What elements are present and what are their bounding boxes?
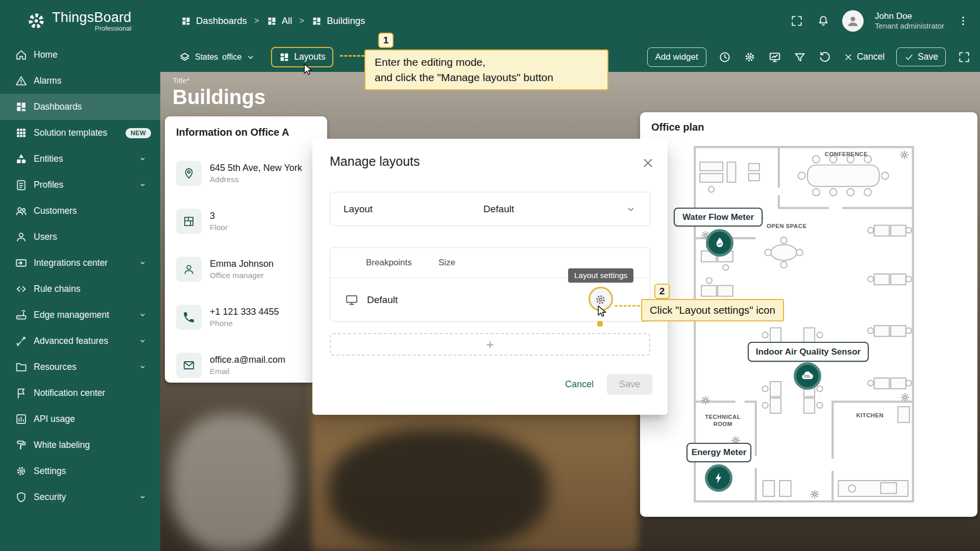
entity-aliases-icon[interactable] [768,51,781,64]
add-widget-button[interactable]: Add widget [647,47,706,67]
dialog-cancel-button[interactable]: Cancel [558,374,601,394]
room-label-technical-2: ROOM [714,421,732,427]
sidebar-item-users[interactable]: Users [0,224,160,250]
integrations-icon [15,257,28,269]
states-select[interactable]: States office [179,51,256,63]
sidebar-item-entities[interactable]: Entities [0,146,160,172]
layout-settings-tooltip: Layout settings [568,268,633,283]
layout-select-value: Default [483,204,514,215]
dialog-close-icon[interactable] [639,154,656,171]
breadcrumb-all[interactable]: All [266,15,292,27]
sidebar-item-notification-center[interactable]: Notification center [0,380,160,406]
states-value: office [222,53,241,62]
annotation-step-2-badge: 2 [654,284,670,299]
breadcrumb-buildings[interactable]: Buildings [311,15,365,27]
water-flow-meter-button[interactable]: Water Flow Meter [674,208,763,227]
dialog-save-button[interactable]: Save [607,374,652,395]
layout-field-label: Layout [344,204,373,215]
breadcrumb-separator: > [299,16,304,26]
sidebar-item-advanced-features[interactable]: Advanced features [0,328,160,354]
title-field-label: Title* [173,76,265,85]
sidebar-item-rule-chains[interactable]: Rule chains [0,276,160,302]
new-badge: NEW [126,128,151,138]
dashboards-icon [311,16,322,27]
dashboard-title-input[interactable]: Buildings [173,86,265,109]
room-label-open-space: OPEN SPACE [767,223,806,229]
caret-down-icon [246,52,256,62]
logo[interactable]: ThingsBoard Professional [0,0,160,42]
version-history-icon[interactable] [818,51,831,64]
home-icon [15,48,28,61]
sidebar-item-alarms[interactable]: Alarms [0,68,160,94]
photo-light-chair [170,414,293,551]
sidebar-item-resources[interactable]: Resources [0,354,160,380]
sidebar-item-integrations-center[interactable]: Integrations center [0,250,160,276]
kebab-menu-icon[interactable] [955,13,971,29]
dashboards-icon [181,16,191,27]
breadcrumb-separator: > [254,16,259,26]
annotation-step-1-badge: 1 [378,33,394,48]
users-icon [15,231,28,243]
chevron-down-icon [136,335,149,347]
sidebar-item-api-usage[interactable]: API usage [0,406,160,432]
check-icon [904,52,914,62]
top-bar: Dashboards > All > Buildings John Doe Te… [160,0,980,42]
dashboards-icon [266,16,277,27]
notifications-bell-icon[interactable] [816,13,831,29]
filters-icon[interactable] [793,51,806,64]
sidebar-item-solution-templates[interactable]: Solution templates NEW [0,120,160,146]
info-card-office-a: Information on Office A 645 5th Ave, New… [165,116,327,383]
sidebar-item-white-labeling[interactable]: White labeling [0,432,160,458]
indoor-air-quality-sensor-button[interactable]: Indoor Air Quality Sensor [748,342,869,362]
thingsboard-logo-icon [26,10,47,32]
breadcrumb: Dashboards > All > Buildings [181,15,365,27]
sidebar-item-home[interactable]: Home [0,42,160,68]
profiles-icon [15,179,28,191]
fullscreen-icon[interactable] [789,13,804,29]
edge-icon [15,309,28,321]
save-dashboard-button[interactable]: Save [896,47,946,66]
sidebar-item-settings[interactable]: Settings [0,458,160,484]
sidebar-item-customers[interactable]: Customers [0,198,160,224]
sidebar-item-profiles[interactable]: Profiles [0,172,160,198]
person-icon [176,257,202,282]
water-flow-meter-icon[interactable] [706,229,733,257]
floor-plan-icon [176,209,202,234]
co2-sensor-icon[interactable]: CO₂ [794,362,821,390]
column-size: Size [438,258,455,268]
room-label-kitchen: KITCHEN [856,412,884,418]
click-indicator [597,321,603,327]
chart-icon [15,413,28,425]
sidebar-item-security[interactable]: Security [0,484,160,510]
chevron-down-icon [136,257,149,269]
info-item-phone: +1 121 333 4455Phone [176,305,316,330]
timewindow-clock-icon[interactable] [718,51,731,64]
toolbar-fullscreen-icon[interactable] [958,51,971,64]
info-item-manager: Emma JohnsonOffice manager [176,257,316,282]
brand-edition: Professional [95,24,132,32]
avatar[interactable] [842,10,864,32]
energy-meter-icon[interactable] [705,464,732,492]
annotation-1-connector [340,55,364,57]
info-item-floor: 3Floor [176,209,316,234]
cancel-edit-button[interactable]: Cancel [843,52,885,62]
breadcrumb-dashboards[interactable]: Dashboards [181,15,247,27]
sidebar-item-dashboards[interactable]: Dashboards [0,94,160,120]
annotation-2-connector [615,305,640,307]
add-layout-button[interactable]: + [330,333,650,356]
folder-icon [15,361,28,373]
sidebar-item-edge-management[interactable]: Edge management [0,302,160,328]
info-card-title: Information on Office A [176,127,316,138]
location-pin-icon [176,161,202,186]
energy-meter-button[interactable]: Energy Meter [687,443,751,462]
entities-icon [15,153,28,165]
user-info[interactable]: John Doe Tenant administrator [875,11,944,31]
caret-down-icon [625,204,636,215]
layout-select[interactable]: Default [483,204,636,215]
layouts-icon [279,52,290,63]
sidebar-nav: Home Alarms Dashboards Solution template… [0,42,160,510]
chevron-down-icon [136,179,149,191]
dashboard-settings-gear-icon[interactable] [743,51,756,64]
dialog-title: Manage layouts [330,154,420,169]
dashboard-title-field[interactable]: Title* Buildings [173,76,265,109]
